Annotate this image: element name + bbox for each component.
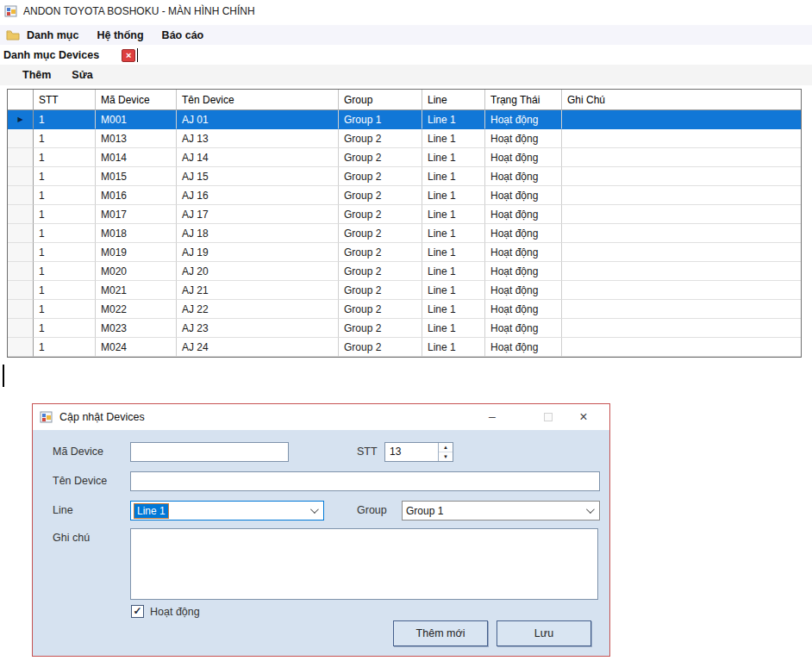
spin-up-icon[interactable]: ▲ xyxy=(439,443,453,452)
table-cell: AJ 16 xyxy=(177,186,339,205)
row-selector-cell[interactable] xyxy=(8,205,34,224)
row-selector-header[interactable] xyxy=(8,90,34,110)
table-cell xyxy=(562,167,801,186)
row-selector-cell[interactable] xyxy=(8,281,34,300)
table-row[interactable]: 1M016AJ 16Group 2Line 1Hoạt động xyxy=(8,186,801,205)
table-row[interactable]: 1M022AJ 22Group 2Line 1Hoạt động xyxy=(8,300,801,319)
table-cell: Line 1 xyxy=(422,338,485,357)
table-row[interactable]: 1M021AJ 21Group 2Line 1Hoạt động xyxy=(8,281,801,300)
line-select[interactable]: Line 1 xyxy=(130,501,324,521)
table-cell: AJ 20 xyxy=(177,262,339,281)
table-row[interactable]: 1M018AJ 18Group 2Line 1Hoạt động xyxy=(8,224,801,243)
them-moi-button[interactable]: Thêm mới xyxy=(393,620,488,646)
row-selector-cell[interactable] xyxy=(8,243,34,262)
table-row[interactable]: 1M014AJ 14Group 2Line 1Hoạt động xyxy=(8,148,801,167)
table-row[interactable]: 1M024AJ 24Group 2Line 1Hoạt động xyxy=(8,338,801,357)
table-row[interactable]: 1M017AJ 17Group 2Line 1Hoạt động xyxy=(8,205,801,224)
tab-danh-muc-devices[interactable]: Danh mục Devices xyxy=(3,49,99,61)
table-cell: 1 xyxy=(34,205,96,224)
table-cell: M024 xyxy=(96,338,177,357)
dialog-title: Cập nhật Devices xyxy=(59,411,145,423)
stt-stepper[interactable]: 13 ▲ ▼ xyxy=(384,442,453,462)
table-cell: AJ 01 xyxy=(177,110,339,129)
table-cell: AJ 23 xyxy=(177,319,339,338)
table-cell: Hoạt động xyxy=(485,262,562,281)
luu-button[interactable]: Lưu xyxy=(497,620,591,646)
row-selector-cell[interactable] xyxy=(8,319,34,338)
minimize-icon[interactable]: – xyxy=(481,408,503,427)
ma-device-field[interactable] xyxy=(130,442,289,462)
table-cell xyxy=(562,224,801,243)
row-selector-cell[interactable] xyxy=(8,224,34,243)
table-cell: Group 2 xyxy=(339,338,422,357)
ghi-chu-label: Ghi chú xyxy=(53,532,90,544)
group-select[interactable]: Group 1 xyxy=(402,501,600,521)
menu-item-danh-muc[interactable]: Danh mục xyxy=(20,28,90,43)
table-cell: Hoạt động xyxy=(485,129,562,148)
table-cell: M023 xyxy=(96,319,177,338)
column-header[interactable]: Mã Device xyxy=(96,90,177,110)
table-cell xyxy=(562,243,801,262)
table-cell: AJ 14 xyxy=(177,148,339,167)
table-cell: Group 2 xyxy=(339,281,422,300)
spin-down-icon[interactable]: ▼ xyxy=(439,452,453,461)
menu-item-bao-cao[interactable]: Báo cáo xyxy=(155,28,215,43)
row-selector-cell[interactable] xyxy=(8,167,34,186)
table-row[interactable]: 1M020AJ 20Group 2Line 1Hoạt động xyxy=(8,262,801,281)
column-header[interactable]: Line xyxy=(422,90,485,110)
row-selector-cell[interactable]: ▶ xyxy=(8,110,34,129)
table-cell: Line 1 xyxy=(422,281,485,300)
table-cell: Group 2 xyxy=(339,148,422,167)
table-row[interactable]: ▶1M001AJ 01Group 1Line 1Hoạt động xyxy=(8,110,801,129)
column-header[interactable]: Trạng Thái xyxy=(485,90,562,110)
close-icon[interactable]: × xyxy=(572,408,595,427)
table-row[interactable]: 1M013AJ 13Group 2Line 1Hoạt động xyxy=(8,129,801,148)
row-selector-cell[interactable] xyxy=(8,129,34,148)
tab-close-icon[interactable]: × xyxy=(122,49,135,62)
row-selector-cell[interactable] xyxy=(8,148,34,167)
table-cell: Hoạt động xyxy=(485,243,562,262)
table-cell: AJ 18 xyxy=(177,224,339,243)
table-cell: AJ 21 xyxy=(177,281,339,300)
table-row[interactable]: 1M019AJ 19Group 2Line 1Hoạt động xyxy=(8,243,801,262)
table-row[interactable]: 1M015AJ 15Group 2Line 1Hoạt động xyxy=(8,167,801,186)
row-selector-cell[interactable] xyxy=(8,300,34,319)
row-selector-cell[interactable] xyxy=(8,186,34,205)
them-button[interactable]: Thêm xyxy=(14,67,59,83)
grid-body: ▶1M001AJ 01Group 1Line 1Hoạt động1M013AJ… xyxy=(8,110,801,357)
dialog-titlebar[interactable]: Cập nhật Devices – × xyxy=(33,404,609,430)
window-title: ANDON TOYOTA BOSHOKU - MÀN HÌNH CHÍNH xyxy=(23,5,255,17)
table-cell: 1 xyxy=(34,224,96,243)
table-row[interactable]: 1M023AJ 23Group 2Line 1Hoạt động xyxy=(8,319,801,338)
table-cell: 1 xyxy=(34,129,96,148)
table-cell: Group 2 xyxy=(339,167,422,186)
column-header[interactable]: Ghi Chú xyxy=(562,90,801,110)
menu-item-he-thong[interactable]: Hệ thống xyxy=(90,28,154,43)
table-cell: M016 xyxy=(96,186,177,205)
table-cell: Group 2 xyxy=(339,243,422,262)
table-cell: M020 xyxy=(96,262,177,281)
row-selector-cell[interactable] xyxy=(8,338,34,357)
table-cell: Line 1 xyxy=(422,186,485,205)
column-header[interactable]: Tên Device xyxy=(177,90,339,110)
checkbox-checked-icon[interactable]: ✓ xyxy=(131,605,144,618)
row-selector-cell[interactable] xyxy=(8,262,34,281)
table-cell: M017 xyxy=(96,205,177,224)
column-header[interactable]: Group xyxy=(339,90,422,110)
text-caret xyxy=(137,48,138,62)
ghi-chu-field[interactable] xyxy=(130,528,598,600)
sua-button[interactable]: Sửa xyxy=(63,67,101,83)
table-cell: Line 1 xyxy=(422,224,485,243)
table-cell: Line 1 xyxy=(422,319,485,338)
ten-device-field[interactable] xyxy=(130,471,600,491)
table-cell: Hoạt động xyxy=(485,186,562,205)
grid-toolbar: Thêm Sửa xyxy=(0,65,812,85)
table-cell: Hoạt động xyxy=(485,148,562,167)
hoat-dong-checkbox-row[interactable]: ✓ Hoạt động xyxy=(131,605,200,618)
table-cell xyxy=(562,148,801,167)
column-header[interactable]: STT xyxy=(34,90,96,110)
menu-bar: Danh mục Hệ thống Báo cáo xyxy=(0,25,812,45)
table-cell: Hoạt động xyxy=(485,205,562,224)
table-cell: 1 xyxy=(34,148,96,167)
group-label: Group xyxy=(357,504,387,516)
